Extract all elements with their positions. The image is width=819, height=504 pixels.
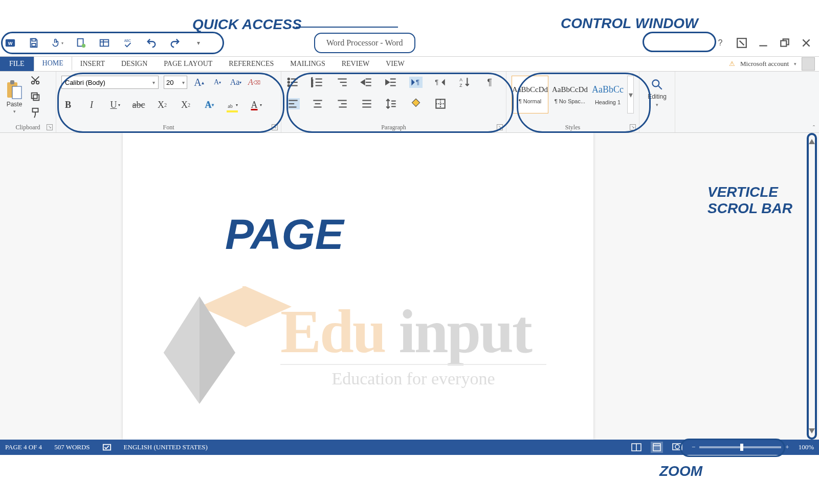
bullets-icon[interactable] bbox=[286, 77, 300, 88]
page[interactable] bbox=[123, 133, 593, 440]
strike-icon[interactable]: abc bbox=[132, 99, 145, 110]
ltr-icon[interactable]: ¶ bbox=[409, 77, 423, 88]
shrink-font-icon[interactable]: A▾ bbox=[211, 76, 224, 89]
align-center-icon[interactable] bbox=[311, 98, 324, 109]
touch-mode-icon[interactable]: ▾ bbox=[51, 37, 63, 49]
view-read-icon[interactable] bbox=[631, 443, 641, 451]
scroll-up-icon[interactable] bbox=[809, 138, 815, 144]
insert-table-icon[interactable] bbox=[98, 37, 110, 49]
zoom-in-icon[interactable]: + bbox=[785, 443, 789, 451]
redo-icon[interactable] bbox=[169, 37, 181, 49]
zoom-pct[interactable]: 100% bbox=[799, 443, 814, 451]
outdent-icon[interactable] bbox=[360, 77, 373, 88]
svg-point-66 bbox=[653, 80, 659, 86]
cut-icon[interactable] bbox=[30, 75, 41, 86]
style-normal[interactable]: AaBbCcDd ¶ Normal bbox=[512, 76, 548, 113]
ribbon-tabs: FILE HOME INSERT DESIGN PAGE LAYOUT REFE… bbox=[0, 56, 819, 72]
borders-icon[interactable] bbox=[434, 98, 447, 109]
zoom-out-icon[interactable]: − bbox=[692, 443, 695, 451]
find-button[interactable]: Editing ▾ bbox=[648, 78, 667, 107]
view-web-icon[interactable] bbox=[672, 443, 682, 451]
style-no-spacing[interactable]: AaBbCcDd ¶ No Spac... bbox=[551, 76, 588, 113]
justify-icon[interactable] bbox=[360, 98, 373, 109]
tab-design[interactable]: DESIGN bbox=[113, 57, 156, 71]
line-spacing-icon[interactable] bbox=[385, 98, 398, 109]
zoom-thumb[interactable] bbox=[740, 444, 743, 451]
undo-icon[interactable] bbox=[145, 37, 158, 49]
tab-view[interactable]: VIEW bbox=[378, 57, 413, 71]
tab-insert[interactable]: INSERT bbox=[72, 57, 113, 71]
font-color-icon[interactable]: A▾ bbox=[250, 99, 263, 110]
save-icon[interactable] bbox=[28, 37, 40, 49]
label-quick-access: QUICK ACCESS bbox=[192, 16, 302, 33]
account-area[interactable]: ⚠ Microsoft account ▾ bbox=[729, 57, 819, 71]
restore-icon[interactable] bbox=[779, 37, 790, 49]
styles-more-icon[interactable]: ▾ bbox=[627, 76, 634, 113]
styles-launcher[interactable]: ↘ bbox=[630, 124, 636, 130]
svg-text:¶: ¶ bbox=[416, 78, 419, 86]
group-styles: AaBbCcDd ¶ Normal AaBbCcDd ¶ No Spac... … bbox=[506, 72, 639, 132]
paragraph-launcher[interactable]: ↘ bbox=[497, 124, 503, 130]
change-case-icon[interactable]: Aa▾ bbox=[229, 76, 242, 89]
tab-page-layout[interactable]: PAGE LAYOUT bbox=[156, 57, 220, 71]
align-right-icon[interactable] bbox=[336, 98, 349, 109]
zoom-slider[interactable]: − + bbox=[692, 443, 789, 451]
font-family-combo[interactable]: Calibri (Body)▾ bbox=[61, 76, 159, 89]
tab-file[interactable]: FILE bbox=[0, 57, 34, 71]
spellcheck-icon[interactable]: ABC bbox=[122, 37, 134, 49]
minimize-icon[interactable] bbox=[758, 37, 769, 49]
tab-review[interactable]: REVIEW bbox=[334, 57, 378, 71]
indent-icon[interactable] bbox=[385, 77, 398, 88]
paste-button[interactable]: Paste ▾ bbox=[5, 75, 24, 119]
collapse-ribbon-icon[interactable]: ˆ bbox=[813, 125, 815, 132]
svg-rect-18 bbox=[33, 95, 39, 100]
superscript-icon[interactable]: X2 bbox=[179, 99, 192, 110]
multilevel-icon[interactable] bbox=[336, 77, 349, 88]
numbering-icon[interactable]: 123 bbox=[311, 77, 324, 88]
status-lang[interactable]: ENGLISH (UNITED STATES) bbox=[124, 443, 208, 451]
rtl-icon[interactable]: ¶ bbox=[434, 77, 447, 88]
bold-icon[interactable]: B bbox=[61, 99, 75, 110]
text-effects-icon[interactable]: A▾ bbox=[203, 99, 216, 110]
underline-icon[interactable]: U▾ bbox=[108, 99, 122, 110]
align-left-icon[interactable] bbox=[286, 98, 300, 109]
svg-line-67 bbox=[659, 86, 662, 89]
view-print-icon[interactable] bbox=[651, 442, 663, 453]
app-icon[interactable]: W bbox=[4, 37, 16, 49]
clear-format-icon[interactable]: A⌫ bbox=[248, 76, 261, 89]
copy-icon[interactable] bbox=[30, 91, 41, 102]
status-words[interactable]: 507 WORDS bbox=[54, 443, 90, 451]
close-icon[interactable] bbox=[801, 37, 812, 49]
subscript-icon[interactable]: X2 bbox=[156, 99, 169, 110]
ribbon-display-icon[interactable] bbox=[736, 37, 747, 49]
chevron-down-icon: ▾ bbox=[152, 80, 155, 85]
group-editing: Editing ▾ bbox=[639, 72, 675, 132]
qat-customize-icon[interactable]: ▾ bbox=[192, 37, 205, 49]
warning-icon: ⚠ bbox=[729, 60, 735, 68]
sort-icon[interactable]: AZ bbox=[458, 77, 472, 88]
shading-icon[interactable] bbox=[409, 98, 423, 109]
status-page[interactable]: PAGE 4 OF 4 bbox=[5, 443, 42, 451]
format-painter-icon[interactable] bbox=[30, 107, 41, 119]
style-name: ¶ Normal bbox=[519, 98, 541, 104]
tab-mailings[interactable]: MAILINGS bbox=[282, 57, 333, 71]
status-proof-icon[interactable] bbox=[102, 443, 112, 452]
grow-font-icon[interactable]: A▴ bbox=[192, 76, 206, 89]
scroll-down-icon[interactable] bbox=[809, 428, 815, 434]
font-size-combo[interactable]: 20▾ bbox=[164, 76, 187, 89]
tab-references[interactable]: REFERENCES bbox=[220, 57, 282, 71]
pilcrow-icon[interactable]: ¶ bbox=[483, 77, 496, 88]
italic-icon[interactable]: I bbox=[85, 99, 98, 110]
label-control-window: CONTROL WINDOW bbox=[561, 15, 698, 32]
group-paragraph: 123 ¶ ¶ AZ ¶ Paragraph ↘ bbox=[281, 72, 506, 132]
vertical-scrollbar[interactable] bbox=[807, 133, 817, 440]
highlight-icon[interactable]: ab▾ bbox=[226, 99, 239, 110]
zoom-track[interactable] bbox=[699, 446, 781, 448]
clipboard-launcher[interactable]: ↘ bbox=[47, 124, 53, 130]
style-heading1[interactable]: AaBbCc Heading 1 bbox=[591, 76, 624, 113]
tab-home[interactable]: HOME bbox=[34, 57, 72, 71]
new-doc-icon[interactable] bbox=[75, 37, 87, 49]
font-launcher[interactable]: ↘ bbox=[272, 124, 278, 130]
help-icon[interactable]: ? bbox=[715, 37, 726, 49]
ribbon: Paste ▾ Clipboard ↘ Calibri (Body)▾ 20▾ … bbox=[0, 72, 819, 133]
